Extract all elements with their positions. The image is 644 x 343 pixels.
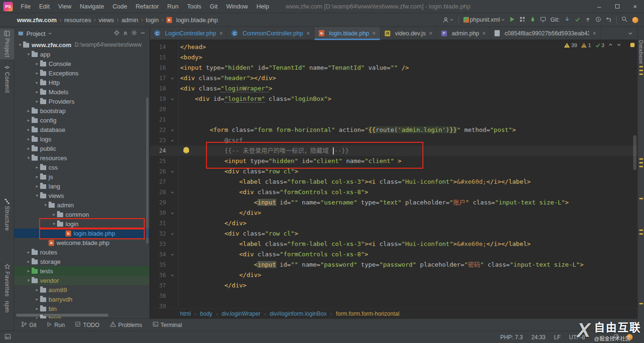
- git-commit-button[interactable]: [575, 16, 580, 24]
- next-problem-button[interactable]: [617, 42, 621, 48]
- git-push-button[interactable]: [585, 16, 591, 24]
- nav-breadcrumb-login[interactable]: login: [146, 16, 158, 24]
- tree-collapsed-chevron-icon[interactable]: ▸: [34, 99, 40, 104]
- tree-expanded-chevron-icon[interactable]: ▾: [51, 221, 57, 226]
- editor-breadcrumb-div.loginWraper[interactable]: div.loginWraper: [222, 310, 260, 317]
- tree-item-bootstrap[interactable]: ▸bootstrap: [14, 106, 149, 115]
- tree-item-common[interactable]: ▸common: [14, 210, 149, 219]
- editor-tab-login.blade.php[interactable]: blogin.blade.php×: [314, 27, 380, 40]
- fold-marker-icon[interactable]: [166, 187, 178, 197]
- close-icon[interactable]: ×: [429, 30, 432, 37]
- tree-collapsed-chevron-icon[interactable]: ▸: [25, 108, 32, 113]
- status-item[interactable]: PHP: 7.3: [500, 334, 523, 341]
- settings-button[interactable]: [131, 30, 137, 37]
- tool-button-structure[interactable]: Structure: [0, 196, 14, 233]
- tool-window-quick-access[interactable]: [5, 334, 11, 341]
- status-item[interactable]: LF: [554, 334, 561, 341]
- tree-collapsed-chevron-icon[interactable]: ▸: [34, 80, 40, 85]
- fold-marker-icon[interactable]: [166, 125, 178, 135]
- code-editor[interactable]: 14</head>15<body>16<input type="hidden" …: [150, 40, 637, 308]
- git-rollback-button[interactable]: [606, 16, 611, 24]
- nav-breadcrumb-views[interactable]: views: [99, 16, 114, 24]
- menu-run[interactable]: Run: [163, 0, 183, 13]
- nav-breadcrumb-admin[interactable]: admin: [122, 16, 138, 24]
- select-opened-file-button[interactable]: [114, 30, 120, 37]
- fold-marker-icon[interactable]: [166, 270, 178, 280]
- nav-breadcrumb-resources[interactable]: resources: [64, 16, 91, 24]
- fold-marker-icon[interactable]: [166, 229, 178, 239]
- fold-marker-icon[interactable]: [166, 166, 178, 177]
- close-icon[interactable]: ×: [372, 30, 376, 37]
- nav-breadcrumb-www.zfw.com[interactable]: www.zfw.com: [17, 16, 57, 24]
- tree-expanded-chevron-icon[interactable]: ▾: [25, 155, 32, 160]
- run-configuration-select[interactable]: phpunit.xml: [463, 16, 505, 23]
- tool-window-button-problems[interactable]: Problems: [105, 319, 148, 331]
- tool-button-database[interactable]: Database: [638, 40, 644, 64]
- tool-button-commit[interactable]: Commit: [0, 63, 14, 95]
- fold-marker-icon[interactable]: [166, 208, 178, 218]
- tool-window-button-todo[interactable]: TODO: [70, 319, 104, 331]
- notifications-icon[interactable]: [632, 17, 638, 23]
- tree-collapsed-chevron-icon[interactable]: ▸: [34, 61, 40, 66]
- editor-scrollbar[interactable]: [633, 135, 636, 170]
- tree-expanded-chevron-icon[interactable]: ▾: [25, 278, 32, 283]
- tree-item-asm89[interactable]: ▸asm89: [14, 285, 149, 294]
- menu-help[interactable]: Help: [252, 0, 273, 13]
- tree-item-routes[interactable]: ▸routes: [14, 247, 149, 257]
- editor-tab-LoginController.php[interactable]: CLoginController.php×: [150, 27, 227, 40]
- fold-marker-icon[interactable]: [166, 135, 178, 146]
- tree-expanded-chevron-icon[interactable]: ▾: [42, 203, 49, 207]
- tree-collapsed-chevron-icon[interactable]: ▸: [25, 259, 32, 264]
- tree-expanded-chevron-icon[interactable]: ▾: [25, 52, 32, 57]
- tree-item-Exceptions[interactable]: ▸Exceptions: [14, 68, 149, 78]
- close-icon[interactable]: ×: [219, 30, 223, 37]
- menu-tools[interactable]: Tools: [183, 0, 206, 13]
- menu-view[interactable]: View: [54, 0, 75, 13]
- tree-collapsed-chevron-icon[interactable]: ▸: [25, 250, 32, 254]
- tree-collapsed-chevron-icon[interactable]: ▸: [25, 118, 32, 122]
- menu-git[interactable]: Git: [206, 0, 222, 13]
- editor-tab-admin.php[interactable]: Padmin.php×: [437, 27, 490, 40]
- search-everywhere-button[interactable]: [621, 16, 627, 24]
- git-update-button[interactable]: [564, 16, 570, 24]
- close-button[interactable]: ×: [626, 0, 644, 13]
- menu-refactor[interactable]: Refactor: [132, 0, 163, 13]
- git-history-button[interactable]: [595, 16, 601, 24]
- menu-edit[interactable]: Edit: [35, 0, 54, 13]
- tree-collapsed-chevron-icon[interactable]: ▸: [25, 127, 32, 132]
- tool-button-npm[interactable]: npm: [0, 299, 14, 315]
- tree-collapsed-chevron-icon[interactable]: ▸: [34, 184, 40, 188]
- editor-tab-CommonController.php[interactable]: CCommonController.php×: [227, 27, 314, 40]
- tab-list-button[interactable]: [623, 27, 637, 40]
- editor-tab-video.dev.js[interactable]: JSvideo.dev.js×: [380, 27, 437, 40]
- editor-breadcrumb-html[interactable]: html: [180, 310, 191, 317]
- tool-window-button-run[interactable]: Run: [41, 319, 70, 331]
- debug-button[interactable]: [530, 16, 536, 24]
- tree-collapsed-chevron-icon[interactable]: ▸: [34, 90, 40, 94]
- fold-marker-icon[interactable]: [166, 73, 178, 83]
- menu-window[interactable]: Window: [222, 0, 252, 13]
- menu-navigate[interactable]: Navigate: [75, 0, 108, 13]
- tree-collapsed-chevron-icon[interactable]: ▸: [34, 306, 40, 311]
- project-panel-title[interactable]: Project: [26, 30, 45, 37]
- tree-item-css[interactable]: ▸css: [14, 163, 149, 172]
- tree-item-bin[interactable]: ▸bin: [14, 304, 149, 313]
- tree-item-Providers[interactable]: ▸Providers: [14, 97, 149, 106]
- user-account-button[interactable]: [443, 17, 454, 23]
- editor-breadcrumb-div#loginform.loginBox[interactable]: div#loginform.loginBox: [270, 310, 327, 317]
- tree-item-tests[interactable]: ▸tests: [14, 266, 149, 276]
- tree-item-js[interactable]: ▸js: [14, 172, 149, 181]
- tree-item-Models[interactable]: ▸Models: [14, 87, 149, 97]
- tree-collapsed-chevron-icon[interactable]: ▸: [25, 137, 32, 141]
- tree-item-lang[interactable]: ▸lang: [14, 181, 149, 191]
- inspections-widget[interactable]: 39 1 3: [564, 42, 621, 48]
- status-item[interactable]: 24:33: [531, 334, 545, 341]
- collapse-all-button[interactable]: [123, 30, 128, 37]
- project-tree-scrollbar[interactable]: [146, 98, 149, 244]
- minimize-button[interactable]: –: [590, 0, 608, 13]
- tool-button-favorites[interactable]: Favorites: [0, 261, 14, 299]
- prev-problem-button[interactable]: [608, 42, 613, 48]
- tree-item-login[interactable]: ▾login: [14, 219, 149, 229]
- tree-collapsed-chevron-icon[interactable]: ▸: [34, 71, 40, 75]
- tree-item-welcome.blade.php[interactable]: bwelcome.blade.php: [14, 238, 149, 247]
